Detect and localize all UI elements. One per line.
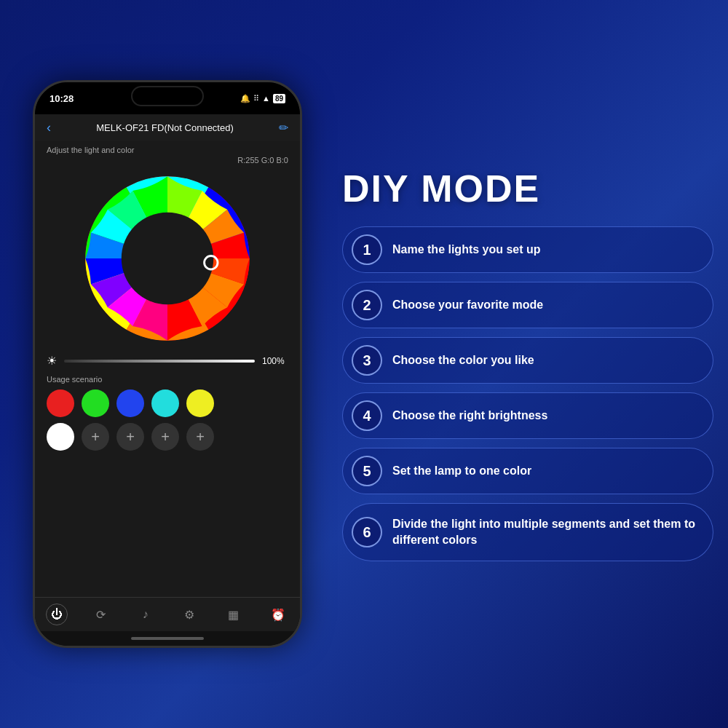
- phone-screen: ‹ MELK-OF21 FD(Not Connected) ✏ Adjust t…: [35, 114, 300, 631]
- main-container: 10:28 🔔 ⠿ ▲ 89 ‹ MELK-OF21 FD(Not Connec…: [15, 15, 713, 713]
- app-title: MELK-OF21 FD(Not Connected): [58, 122, 272, 133]
- step-5: 5 Set the lamp to one color: [342, 448, 713, 494]
- phone-notch: [131, 86, 204, 106]
- color-swatches-row1: [35, 387, 300, 420]
- color-wheel[interactable]: [84, 175, 251, 342]
- swatch-red[interactable]: [47, 389, 74, 417]
- brightness-row: ☀ 100%: [35, 349, 300, 372]
- step-5-number: 5: [352, 456, 382, 486]
- phone: 10:28 🔔 ⠿ ▲ 89 ‹ MELK-OF21 FD(Not Connec…: [33, 80, 302, 648]
- alert-icon: 🔔: [240, 94, 250, 103]
- nav-timer[interactable]: ⏰: [267, 604, 289, 625]
- swatch-cyan[interactable]: [151, 389, 179, 417]
- nav-power[interactable]: ⏻: [46, 604, 68, 625]
- nav-effects[interactable]: ⟳: [90, 604, 112, 625]
- battery-icon: 89: [273, 94, 285, 103]
- step-1: 1 Name the lights you set up: [342, 226, 713, 273]
- home-indicator: [131, 637, 204, 640]
- swatch-blue[interactable]: [116, 389, 144, 417]
- step-4-text: Choose the right brightness: [392, 408, 547, 424]
- step-2-number: 2: [352, 290, 382, 320]
- rgb-values: R:255 G:0 B:0: [35, 156, 300, 167]
- step-6-number: 6: [352, 517, 382, 547]
- step-6-text: Divide the light into multiple segments …: [392, 516, 698, 549]
- step-3: 3 Choose the color you like: [342, 337, 713, 384]
- step-1-text: Name the lights you set up: [392, 242, 541, 258]
- nav-settings[interactable]: ⚙: [178, 604, 200, 625]
- adjust-label: Adjust the light and color: [35, 141, 300, 156]
- sun-icon: ☀: [47, 354, 57, 368]
- color-swatches-row2: + + + +: [35, 420, 300, 454]
- usage-label: Usage scenario: [35, 372, 300, 387]
- brightness-bar[interactable]: [64, 360, 255, 363]
- add-swatch-4[interactable]: +: [186, 423, 214, 451]
- add-swatch-1[interactable]: +: [82, 423, 109, 451]
- step-2-text: Choose your favorite mode: [392, 297, 543, 313]
- swatch-white[interactable]: [47, 423, 74, 451]
- right-panel: DIY MODE 1 Name the lights you set up 2 …: [342, 152, 713, 576]
- color-wheel-container[interactable]: [35, 167, 300, 349]
- add-swatch-2[interactable]: +: [116, 423, 144, 451]
- nav-music[interactable]: ♪: [135, 604, 157, 625]
- app-header: ‹ MELK-OF21 FD(Not Connected) ✏: [35, 114, 300, 141]
- status-icons: 🔔 ⠿ ▲ 89: [240, 94, 285, 103]
- signal-icon: ⠿: [253, 94, 259, 103]
- diy-title: DIY MODE: [342, 167, 713, 210]
- phone-home-bar: [35, 631, 300, 646]
- step-4: 4 Choose the right brightness: [342, 392, 713, 439]
- step-6: 6 Divide the light into multiple segment…: [342, 503, 713, 561]
- back-button[interactable]: ‹: [47, 120, 51, 135]
- step-1-number: 1: [352, 234, 382, 265]
- step-4-number: 4: [352, 400, 382, 431]
- phone-wrapper: 10:28 🔔 ⠿ ▲ 89 ‹ MELK-OF21 FD(Not Connec…: [15, 80, 320, 648]
- step-2: 2 Choose your favorite mode: [342, 282, 713, 328]
- swatch-green[interactable]: [82, 389, 109, 417]
- swatch-yellow[interactable]: [186, 389, 214, 417]
- status-bar: 10:28 🔔 ⠿ ▲ 89: [35, 82, 300, 114]
- wifi-icon: ▲: [262, 94, 270, 103]
- brightness-value: 100%: [262, 356, 288, 366]
- svg-point-3: [122, 213, 214, 305]
- edit-button[interactable]: ✏: [279, 121, 288, 135]
- add-swatch-3[interactable]: +: [151, 423, 179, 451]
- step-3-text: Choose the color you like: [392, 352, 534, 368]
- nav-scenes[interactable]: ▦: [223, 604, 245, 625]
- step-5-text: Set the lamp to one color: [392, 463, 531, 479]
- step-3-number: 3: [352, 345, 382, 376]
- bottom-nav: ⏻ ⟳ ♪ ⚙ ▦ ⏰: [35, 597, 300, 631]
- status-time: 10:28: [50, 93, 74, 104]
